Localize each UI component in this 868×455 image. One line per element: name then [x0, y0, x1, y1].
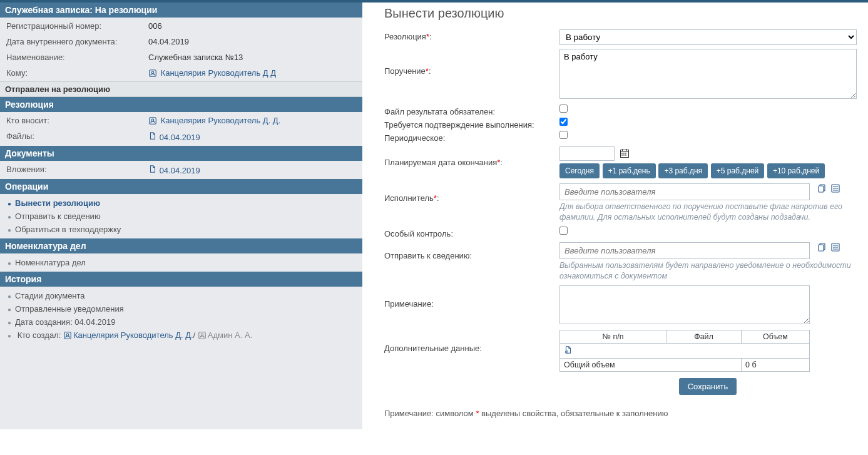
doc-date: 04.04.2019	[143, 34, 361, 49]
user-icon	[148, 69, 157, 78]
doc-date-label: Дата внутреннего документа:	[1, 34, 142, 49]
svg-rect-13	[623, 153, 625, 154]
operations-header: Операции	[0, 179, 362, 194]
send-info-label: Отправить к сведению:	[384, 242, 559, 260]
additional-table: № п/п Файл Объем Общий объем 0 б	[559, 330, 810, 372]
attachments-link[interactable]: 04.04.2019	[148, 166, 200, 175]
planned-date-label: Планируемая дата окончания	[384, 158, 497, 167]
add-total-val: 0 б	[742, 358, 810, 371]
calendar-icon[interactable]	[620, 148, 630, 160]
file-icon	[148, 166, 157, 175]
who-label: Кто вносит:	[1, 113, 142, 128]
date-btn-plus5[interactable]: +5 раб.дней	[711, 163, 765, 178]
op-resolve[interactable]: Вынести резолюцию	[0, 197, 362, 210]
assignment-label: Поручение	[384, 66, 426, 76]
resolution-select[interactable]: В работу	[559, 29, 857, 45]
reg-num-label: Регистрационный номер:	[1, 19, 142, 33]
note-textarea[interactable]	[559, 285, 810, 324]
files-link[interactable]: 04.04.2019	[148, 133, 200, 142]
documents-header: Документы	[0, 146, 362, 161]
svg-point-1	[151, 71, 154, 74]
special-control-checkbox[interactable]	[559, 227, 568, 235]
list-icon[interactable]	[830, 186, 840, 195]
right-panel: Вынести резолюцию Резолюция*: В работу П…	[362, 3, 868, 429]
note-label: Примечание:	[384, 285, 559, 309]
to-label: Кому:	[1, 66, 142, 80]
confirm-label: Требуется подтверждение выполнения:	[384, 118, 559, 130]
svg-rect-15	[621, 155, 623, 156]
to-link[interactable]: Канцелярия Руководитель Д Д	[148, 68, 276, 78]
history-header: История	[0, 272, 362, 287]
add-th-num: № п/п	[560, 330, 666, 343]
history-created-date: Дата создания: 04.04.2019	[0, 315, 362, 329]
date-btn-plus10[interactable]: +10 раб.дней	[767, 163, 825, 178]
files-label: Файлы:	[1, 129, 142, 145]
copy-icon[interactable]	[817, 245, 827, 254]
list-icon[interactable]	[830, 245, 840, 254]
send-info-hint: Выбранным пользователям будет направлено…	[559, 260, 857, 282]
left-panel: Служебная записка: На резолюции Регистра…	[0, 3, 362, 429]
user-icon	[198, 331, 207, 340]
doc-name: Служебная записка №13	[143, 50, 361, 64]
executor-hint: Для выбора ответственного по поручению п…	[559, 202, 857, 223]
file-required-checkbox[interactable]	[559, 105, 568, 113]
date-btn-plus1[interactable]: +1 раб.день	[603, 163, 656, 178]
footnote: Примечание: символом * выделены свойства…	[384, 409, 857, 418]
svg-rect-25	[819, 245, 824, 251]
doc-header: Служебная записка: На резолюции	[0, 3, 362, 18]
history-notifications[interactable]: Отправленные уведомления	[0, 302, 362, 315]
send-info-input[interactable]	[559, 242, 810, 259]
file-required-label: Файл результата обязателен:	[384, 105, 559, 116]
doc-name-label: Наименование:	[1, 50, 142, 64]
date-btn-plus3[interactable]: +3 раб.дня	[658, 163, 708, 178]
sent-header: Отправлен на резолюцию	[0, 81, 362, 97]
attachments-label: Вложения:	[1, 162, 142, 178]
page-title: Вынести резолюцию	[384, 3, 857, 29]
created-by-link-2[interactable]: Админ А. А.	[195, 330, 252, 340]
svg-point-3	[151, 119, 154, 121]
planned-date-input[interactable]	[559, 146, 615, 161]
svg-point-5	[66, 334, 69, 336]
user-icon	[148, 116, 157, 125]
svg-rect-16	[623, 155, 625, 156]
op-support[interactable]: Обратиться в техподдержку	[0, 223, 362, 236]
created-by-link-1[interactable]: Канцелярия Руководитель Д. Д.	[63, 330, 193, 340]
who-link[interactable]: Канцелярия Руководитель Д. Д.	[148, 116, 280, 125]
add-th-vol: Объем	[742, 330, 810, 343]
add-th-file: Файл	[666, 330, 742, 343]
copy-icon[interactable]	[817, 186, 827, 195]
assignment-textarea[interactable]: В работу	[559, 49, 857, 99]
user-icon	[63, 331, 72, 340]
nomenclature-item[interactable]: Номенклатура дел	[0, 256, 362, 269]
confirm-checkbox[interactable]	[559, 118, 568, 126]
svg-rect-19	[819, 186, 824, 192]
save-button[interactable]: Сохранить	[679, 378, 737, 395]
reg-num: 006	[143, 19, 361, 33]
doc-info-table: Регистрационный номер:006 Дата внутренне…	[0, 18, 362, 81]
executor-input[interactable]	[559, 183, 810, 200]
svg-point-7	[201, 334, 203, 336]
additional-label: Дополнительные данные:	[384, 330, 559, 353]
date-btn-today[interactable]: Сегодня	[559, 163, 600, 178]
resolution-label: Резолюция	[384, 32, 426, 41]
special-control-label: Особый контроль:	[384, 227, 559, 238]
svg-rect-17	[625, 155, 626, 156]
add-file-icon[interactable]	[564, 347, 573, 356]
executor-label: Исполнитель	[384, 193, 434, 203]
operations-list: Вынести резолюцию Отправить к сведению О…	[0, 194, 362, 238]
add-total-label: Общий объем	[560, 358, 742, 371]
history-created-by: Кто создал: Канцелярия Руководитель Д. Д…	[0, 329, 362, 342]
resolution-header: Резолюция	[0, 97, 362, 112]
svg-rect-14	[625, 153, 626, 154]
svg-rect-12	[621, 153, 623, 154]
nomenclature-header: Номенклатура дел	[0, 238, 362, 253]
periodic-checkbox[interactable]	[559, 131, 568, 139]
history-stages[interactable]: Стадии документа	[0, 289, 362, 302]
op-send-info[interactable]: Отправить к сведению	[0, 210, 362, 223]
periodic-label: Периодическое:	[384, 131, 559, 143]
file-icon	[148, 133, 157, 142]
